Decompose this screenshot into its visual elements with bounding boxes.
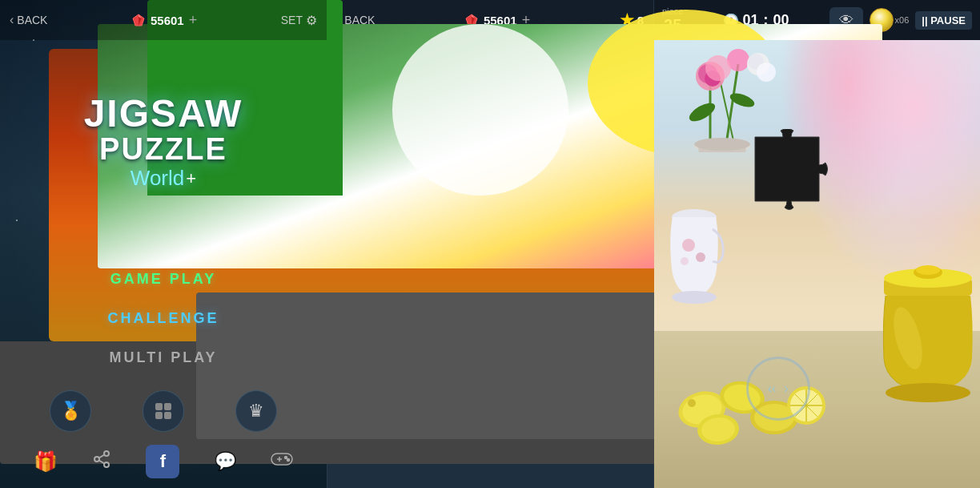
svg-point-36 [705,55,731,81]
gift-icon: 🎁 [34,450,58,473]
back-chevron-icon: ‹ [10,13,14,27]
pause-button[interactable]: || PAUSE [915,11,972,30]
svg-point-11 [285,457,287,459]
svg-point-44 [682,239,695,252]
nav-right-arrow[interactable]: › [784,381,788,396]
menu-challenge-label: CHALLENGE [108,310,219,326]
p1-menu: GAME PLAY CHALLENGE MULTI PLAY [0,261,327,376]
p1-logo-area: JIGSAW PUZZLE World + [0,40,327,261]
panel-puzzle-play: piece 25 🕐 01：00 👁 x06 || PAUSE [653,0,980,488]
p1-icon-row: 🏅 ♛ [0,384,327,438]
gamepad-button[interactable] [271,451,293,472]
crown-icon: ♛ [248,401,264,421]
menu-gameplay[interactable]: GAME PLAY [35,261,291,297]
crown-button[interactable]: ♛ [235,390,277,432]
p2-puzzle-list: piece 9 ★ ★ ★ piece 25 ★ ★ ★ [327,111,653,488]
panel-main-menu: ‹ BACK 55601 + SET ⚙ JIGSAW PUZZLE World… [0,0,327,488]
nav-left-arrow[interactable]: ‹‹ [768,381,777,396]
svg-point-43 [672,291,717,304]
menu-multiplay-label: MULTI PLAY [109,349,217,365]
p1-score-value: 55601 [151,14,184,27]
share-button[interactable] [92,450,111,474]
svg-line-7 [99,455,105,458]
share-icon [92,450,111,474]
pitcher-svg [661,197,729,309]
p1-top-bar: ‹ BACK 55601 + SET ⚙ [0,0,327,40]
white-pitcher [661,197,733,354]
svg-point-39 [757,63,776,82]
p1-settings-button[interactable]: SET ⚙ [281,13,317,28]
hint-count-value: x06 [895,15,910,25]
svg-point-41 [694,138,750,151]
puzzle-background: ‹‹ › [654,40,980,488]
panel-puzzle-select: ‹ BACK 55601 + ★ 8 [327,0,653,488]
logo-line2: PUZZLE [99,133,227,167]
chat-button[interactable]: 💬 [215,451,236,472]
pot-svg [876,242,980,418]
nav-arrows: ‹‹ › [768,381,789,396]
menu-multiplay[interactable]: MULTI PLAY [35,340,291,376]
p1-footer: 🎁 f 💬 [0,438,327,488]
gear-icon: ⚙ [306,13,317,28]
p1-back-button[interactable]: ‹ BACK [10,13,47,27]
menu-gameplay-label: GAME PLAY [110,271,216,287]
svg-point-3 [104,451,109,456]
facebook-icon: f [160,451,166,472]
grid-button[interactable] [143,390,184,432]
p1-plus-button[interactable]: + [189,12,198,29]
circle-navigation[interactable]: ‹‹ › [746,357,810,421]
achievement-icon: 🏅 [60,401,82,421]
svg-point-5 [104,462,109,467]
p1-set-label: SET [281,14,303,26]
svg-point-4 [94,457,99,462]
gift-button[interactable]: 🎁 [34,450,58,473]
logo-line3: World [131,166,184,191]
svg-point-30 [686,99,717,125]
logo-line1: JIGSAW [84,95,243,133]
logo-world-area: World + [131,166,196,191]
gem-icon [131,13,146,27]
svg-point-68 [886,383,970,402]
menu-challenge[interactable]: CHALLENGE [35,300,291,337]
p1-gem-score: 55601 + [131,12,197,29]
grid-icon [155,403,171,419]
svg-point-46 [681,257,689,265]
svg-point-12 [287,459,290,462]
gamepad-icon [271,451,293,472]
logo-plus: + [186,168,196,189]
p3-puzzle-area: ‹‹ › [654,40,980,488]
pause-label: || PAUSE [922,14,966,26]
facebook-button[interactable]: f [146,445,179,478]
puzzle-scene: ‹‹ › [654,40,980,488]
achievement-button[interactable]: 🏅 [50,390,91,432]
puzzle-piece-svg [747,129,835,217]
puzzle-piece-overlay [747,129,835,220]
svg-point-66 [916,265,940,275]
yellow-pot [876,242,980,488]
svg-line-6 [99,461,105,464]
p1-back-label: BACK [17,14,47,26]
chat-icon: 💬 [215,451,236,472]
svg-point-45 [696,252,705,262]
